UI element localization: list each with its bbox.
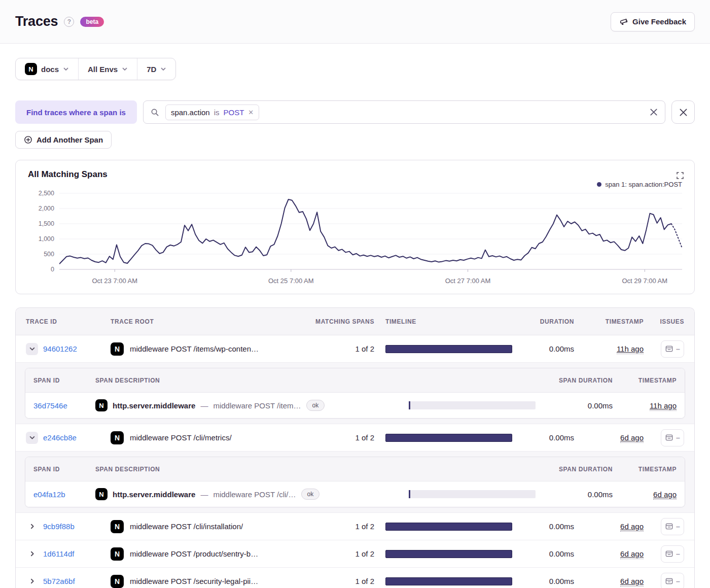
chart-y-axis: 05001,0001,5002,0002,500 [28, 190, 59, 272]
timestamp-value[interactable]: 11h ago [617, 344, 644, 354]
project-selector[interactable]: N docs [16, 58, 78, 80]
filter-token[interactable]: span.action is POST ✕ [165, 105, 259, 120]
duration-value: 0.00ms [523, 577, 574, 585]
chart-plot-area[interactable] [59, 190, 682, 272]
timeline-bar [385, 523, 512, 531]
col-span-id: SPAN ID [33, 377, 84, 384]
span-row[interactable]: 36d7546e N http.server.middleware — midd… [25, 393, 685, 418]
chevron-down-icon [160, 65, 166, 74]
legend-dot [597, 182, 601, 187]
trace-id-link[interactable]: e246cb8e [43, 433, 77, 442]
trace-root-label: middleware POST /cli/installation/ [130, 522, 243, 531]
issues-count-placeholder: – [676, 550, 680, 558]
table-row[interactable]: 94601262 N middleware POST /items/wp-con… [16, 335, 694, 363]
nextjs-project-icon: N [111, 342, 124, 356]
issues-icon [665, 522, 673, 531]
timestamp-value[interactable]: 6d ago [620, 577, 644, 586]
col-span-id: SPAN ID [33, 466, 84, 473]
table-row[interactable]: e246cb8e N middleware POST /cli/metrics/… [16, 424, 694, 452]
collapse-chevron-icon[interactable] [26, 343, 38, 355]
date-range-selector[interactable]: 7D [137, 58, 175, 80]
clear-search-icon[interactable] [650, 108, 658, 116]
issues-button[interactable]: – [661, 429, 684, 446]
trace-id-link[interactable]: 94601262 [43, 344, 77, 353]
beta-badge: beta [80, 17, 104, 27]
matching-spans-value: 1 of 2 [313, 549, 374, 558]
table-row[interactable]: 9cb9f88b N middleware POST /cli/installa… [16, 513, 694, 540]
nextjs-project-icon: N [111, 575, 124, 588]
dash-separator: — [200, 401, 208, 410]
span-table-header: SPAN ID SPAN DESCRIPTION SPAN DURATION T… [25, 368, 685, 393]
expand-chevron-icon[interactable] [26, 521, 38, 533]
x-axis-tick: Oct 29 7:00 AM [622, 277, 668, 285]
legend-label: span 1: span.action:POST [605, 181, 682, 188]
issues-count-placeholder: – [676, 578, 680, 585]
issues-count-placeholder: – [676, 523, 680, 530]
nextjs-project-icon: N [111, 547, 124, 561]
timestamp-value[interactable]: 6d ago [620, 433, 644, 443]
duration-value: 0.00ms [523, 344, 574, 353]
col-matching-spans: MATCHING SPANS [313, 318, 374, 325]
help-icon[interactable]: ? [64, 17, 74, 27]
nextjs-project-icon: N [111, 520, 124, 533]
chevron-down-icon [63, 65, 69, 74]
token-operator: is [214, 108, 220, 117]
trace-id-link[interactable]: 1d6114df [43, 549, 74, 558]
span-timestamp-value[interactable]: 6d ago [653, 490, 677, 500]
dash-separator: — [200, 490, 208, 499]
chart-title: All Matching Spans [28, 169, 682, 180]
span-search-input[interactable]: span.action is POST ✕ [143, 100, 665, 124]
span-table-header: SPAN ID SPAN DESCRIPTION SPAN DURATION T… [25, 457, 685, 481]
nextjs-project-icon: N [111, 431, 124, 444]
issues-button[interactable]: – [661, 545, 684, 563]
y-axis-tick: 1,000 [39, 235, 54, 243]
megaphone-icon [619, 17, 628, 26]
trace-id-link[interactable]: 5b72a6bf [43, 577, 75, 585]
give-feedback-button[interactable]: Give Feedback [611, 12, 695, 31]
add-another-span-button[interactable]: Add Another Span [15, 131, 112, 149]
issues-button[interactable]: – [661, 340, 684, 358]
span-op-label: http.server.middleware [113, 490, 195, 499]
expand-chevron-icon[interactable] [26, 575, 38, 587]
col-span-duration: SPAN DURATION [547, 377, 613, 384]
timestamp-value[interactable]: 6d ago [620, 522, 644, 532]
remove-span-filter-button[interactable] [671, 100, 695, 124]
token-value: POST [224, 108, 244, 117]
span-id-link[interactable]: 36d7546e [33, 401, 84, 410]
col-span-timestamp: TIMESTAMP [624, 377, 677, 384]
chart-x-axis: Oct 23 7:00 AMOct 25 7:00 AMOct 27 7:00 … [59, 272, 682, 288]
x-axis-tick: Oct 25 7:00 AM [268, 277, 314, 285]
duration-value: 0.00ms [523, 522, 574, 531]
table-row[interactable]: 5b72a6bf N middleware POST /security-leg… [16, 568, 694, 588]
col-timestamp: TIMESTAMP [585, 318, 644, 325]
nextjs-project-icon: N [25, 63, 37, 75]
col-span-timestamp: TIMESTAMP [624, 466, 677, 473]
y-axis-tick: 2,000 [39, 205, 54, 212]
token-remove-icon[interactable]: ✕ [248, 109, 254, 116]
span-row[interactable]: e04fa12b N http.server.middleware — midd… [25, 481, 685, 507]
trace-root-label: middleware POST /security-legal-pii… [130, 577, 258, 585]
col-trace-root: TRACE ROOT [111, 318, 302, 325]
col-span-description: SPAN DESCRIPTION [95, 377, 398, 384]
issues-icon [665, 577, 673, 585]
span-id-link[interactable]: e04fa12b [33, 490, 84, 499]
issues-button[interactable]: – [661, 518, 684, 535]
span-description-label: middleware POST /item… [213, 401, 301, 410]
page-title: Traces [15, 14, 58, 29]
expand-chevron-icon[interactable] [26, 548, 38, 560]
issues-button[interactable]: – [661, 573, 684, 588]
matching-spans-value: 1 of 2 [313, 344, 374, 353]
timestamp-value[interactable]: 6d ago [620, 549, 644, 559]
collapse-chevron-icon[interactable] [26, 432, 38, 444]
trace-id-link[interactable]: 9cb9f88b [43, 522, 75, 531]
environment-selector[interactable]: All Envs [78, 58, 137, 80]
issues-icon [665, 433, 673, 442]
trace-root-label: middleware POST /product/sentry-b… [130, 549, 258, 558]
fullscreen-icon[interactable] [676, 171, 684, 181]
span-op-label: http.server.middleware [113, 401, 195, 410]
matching-spans-value: 1 of 2 [313, 522, 374, 531]
span-timestamp-value[interactable]: 11h ago [650, 401, 677, 411]
matching-spans-value: 1 of 2 [313, 433, 374, 442]
table-row[interactable]: 1d6114df N middleware POST /product/sent… [16, 540, 694, 568]
span-timeline-bar [409, 401, 536, 409]
